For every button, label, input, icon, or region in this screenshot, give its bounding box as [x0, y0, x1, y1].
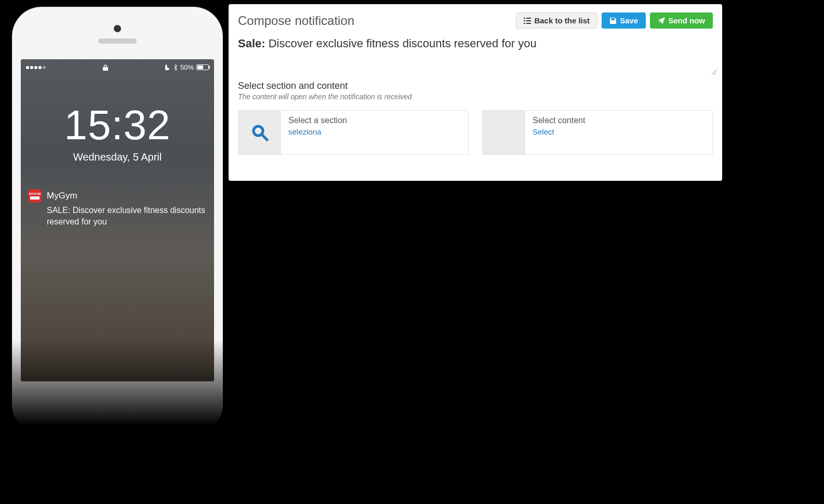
- notification-body: SALE: Discover exclusive fitness discoun…: [28, 205, 207, 227]
- select-row: Select a section seleziona Select conten…: [238, 110, 713, 155]
- select-content-thumb: [483, 111, 525, 154]
- status-right: 50%: [165, 63, 209, 71]
- send-button-label: Send now: [668, 16, 705, 25]
- list-icon: [524, 18, 531, 24]
- select-section-link[interactable]: seleziona: [288, 127, 347, 136]
- phone-screen: 50% 15:32 Wednesday, 5 April MYGYM MyGym…: [21, 59, 214, 381]
- lock-time: 15:32: [21, 101, 214, 149]
- lock-clock: 15:32 Wednesday, 5 April: [21, 101, 214, 163]
- battery-percent: 50%: [180, 63, 194, 71]
- compose-textarea[interactable]: Sale: Discover exclusive fitness discoun…: [238, 37, 713, 73]
- select-section-card[interactable]: Select a section seleziona: [238, 110, 469, 155]
- resize-handle-icon[interactable]: [711, 68, 718, 75]
- send-now-button[interactable]: Send now: [650, 12, 713, 29]
- moon-icon: [165, 64, 171, 70]
- notification-header: MYGYM MyGym: [28, 189, 207, 203]
- phone-preview: 50% 15:32 Wednesday, 5 April MYGYM MyGym…: [12, 7, 222, 433]
- section-hint: The content will open when the notificat…: [238, 92, 713, 101]
- battery-icon: [196, 64, 209, 70]
- status-bar: 50%: [21, 59, 214, 71]
- select-content-title: Select content: [533, 116, 585, 125]
- back-button-label: Back to the list: [534, 16, 590, 25]
- signal-dots-icon: [26, 66, 46, 69]
- send-icon: [658, 17, 665, 24]
- svg-line-1: [262, 135, 267, 140]
- search-icon: [250, 123, 269, 142]
- panel-header: Compose notification Back to the list Sa…: [238, 12, 713, 29]
- save-button-label: Save: [620, 16, 638, 25]
- select-content-card[interactable]: Select content Select: [482, 110, 713, 155]
- back-to-list-button[interactable]: Back to the list: [516, 12, 597, 29]
- select-section-thumb: [238, 111, 281, 154]
- app-badge-icon: MYGYM: [28, 189, 42, 203]
- panel-actions: Back to the list Save Send now: [516, 12, 713, 29]
- phone-camera: [114, 25, 121, 32]
- save-button[interactable]: Save: [602, 12, 646, 29]
- panel-title: Compose notification: [238, 14, 354, 28]
- bluetooth-icon: [174, 64, 178, 71]
- save-icon: [609, 17, 617, 24]
- notification-app-name: MyGym: [47, 191, 77, 201]
- compose-prefix: Sale:: [238, 37, 265, 50]
- notification-card: MYGYM MyGym SALE: Discover exclusive fit…: [28, 189, 207, 227]
- lock-icon: [103, 64, 108, 71]
- status-left: [26, 66, 46, 69]
- compose-text: Discover exclusive fitness discounts res…: [269, 37, 537, 50]
- section-label: Select section and content: [238, 81, 713, 91]
- select-section-title: Select a section: [288, 116, 347, 125]
- compose-panel: Compose notification Back to the list Sa…: [229, 4, 722, 181]
- phone-speaker: [98, 38, 137, 44]
- lock-date: Wednesday, 5 April: [21, 151, 214, 163]
- select-content-link[interactable]: Select: [533, 127, 585, 136]
